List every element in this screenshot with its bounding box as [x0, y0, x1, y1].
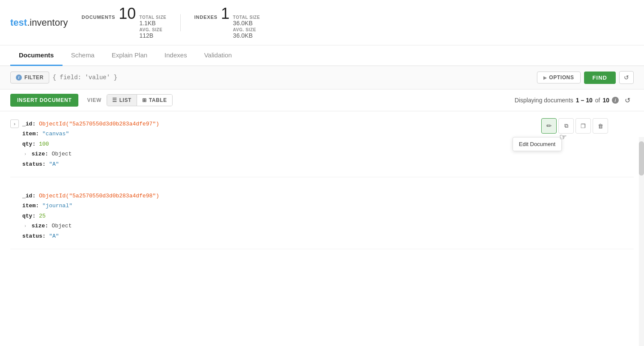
document-list: › _id: ObjectId("5a2570550d3d0b283a4dfe9… [0, 111, 644, 320]
stats-group: DOCUMENTS 10 TOTAL SIZE 1.1KB AVG. SIZE … [82, 6, 634, 39]
doc-2-status-value: "A" [49, 233, 59, 239]
insert-document-button[interactable]: INSERT DOCUMENT [10, 94, 78, 107]
doc-1-item-field: item: "canvas" [22, 129, 159, 139]
view-label: VIEW [87, 97, 101, 103]
doc-1-qty-value: 100 [39, 141, 49, 147]
doc-1-size-value: Object [52, 151, 72, 157]
doc-2-status-field: status: "A" [22, 231, 159, 241]
avg-size-idx-row: AVG. SIZE 36.0KB [233, 27, 260, 39]
doc-1-size-field: › size: Object [22, 149, 159, 159]
avg-size-docs-value: 112B [139, 32, 166, 39]
display-of: of [595, 97, 600, 104]
doc-2-qty-field: qty: 25 [22, 211, 159, 221]
doc-2-size-expand[interactable]: › [22, 223, 28, 230]
doc-1-clone-button[interactable]: ❐ [575, 118, 591, 134]
doc-2-item-value: "journal" [42, 203, 72, 209]
reset-button[interactable]: ↺ [619, 71, 634, 84]
filter-toolbar: i FILTER ▶ OPTIONS FIND ↺ [0, 66, 644, 89]
total-size-idx-row: TOTAL SIZE 36.0KB [233, 15, 260, 27]
refresh-button[interactable]: ↺ [621, 94, 634, 107]
options-button[interactable]: ▶ OPTIONS [537, 72, 581, 84]
avg-size-idx-value: 36.0KB [233, 32, 260, 39]
doc-1-status-field: status: "A" [22, 159, 159, 169]
logo-test: test [10, 17, 27, 28]
logo: test.inventory [10, 17, 68, 28]
item-key: item: [22, 131, 42, 137]
avg-size-docs-row: AVG. SIZE 112B [139, 27, 166, 39]
tab-documents[interactable]: Documents [10, 45, 63, 66]
doc-1-copy-button[interactable]: ⧉ [558, 118, 574, 134]
doc-1-actions: ✏ ⧉ ❐ 🗑 Edit Document ☞ [541, 118, 608, 134]
display-total: 10 [602, 97, 609, 104]
document-row-1: › _id: ObjectId("5a2570550d3d0b283a4dfe9… [10, 111, 634, 177]
display-info-icon: i [612, 97, 619, 104]
doc-2-id-field: _id: ObjectId("5a2570550d3d0b283a4dfe98"… [22, 191, 159, 201]
tab-explain-plan[interactable]: Explain Plan [103, 45, 156, 66]
documents-count: 10 [119, 6, 136, 21]
indexes-label: INDEXES [194, 15, 218, 20]
table-icon: ⊞ [142, 97, 147, 103]
doc-1-item-value: "canvas" [42, 131, 69, 137]
doc-1-id-field: _id: ObjectId("5a2570550d3d0b283a4dfe97"… [22, 119, 159, 129]
list-icon: ☰ [112, 97, 117, 103]
list-view-button[interactable]: ☰ LIST [107, 95, 137, 106]
total-size-docs-row: TOTAL SIZE 1.1KB [139, 15, 166, 27]
status-key-2: status: [22, 233, 49, 239]
scrollbar-thumb[interactable] [639, 141, 644, 176]
doc-1-id-value: ObjectId("5a2570550d3d0b283a4dfe97") [39, 121, 159, 127]
list-label: LIST [119, 97, 131, 103]
header: test.inventory DOCUMENTS 10 TOTAL SIZE 1… [0, 0, 644, 45]
filter-info-icon: i [16, 75, 22, 81]
doc-1-qty-field: qty: 100 [22, 139, 159, 149]
doc-1-edit-button[interactable]: ✏ [541, 118, 557, 134]
display-info: Displaying documents 1 – 10 of 10 i ↺ [515, 94, 634, 107]
doc-1-fields: _id: ObjectId("5a2570550d3d0b283a4dfe97"… [22, 119, 159, 169]
view-toggle: ☰ LIST ⊞ TABLE [107, 94, 173, 106]
options-label: OPTIONS [549, 75, 574, 81]
doc-2-qty-value: 25 [39, 213, 46, 219]
doc-2-fields: _id: ObjectId("5a2570550d3d0b283a4dfe98"… [22, 191, 159, 241]
document-row-2: _id: ObjectId("5a2570550d3d0b283a4dfe98"… [10, 177, 634, 249]
doc-1-size-expand[interactable]: › [22, 151, 28, 158]
clone-icon: ❐ [581, 123, 586, 129]
id-key: _id: [22, 121, 39, 127]
size-key-2: size: [32, 223, 52, 229]
avg-size-idx-label: AVG. SIZE [233, 27, 260, 32]
scrollbar-track[interactable] [639, 137, 644, 346]
filter-input[interactable] [53, 74, 534, 81]
filter-label: FILTER [24, 75, 44, 81]
options-arrow-icon: ▶ [543, 75, 547, 80]
edit-pencil-icon: ✏ [546, 122, 552, 130]
doc-2-header: _id: ObjectId("5a2570550d3d0b283a4dfe98"… [10, 191, 634, 241]
total-size-docs-value: 1.1KB [139, 20, 166, 27]
copy-icon: ⧉ [564, 122, 568, 129]
documents-label: DOCUMENTS [82, 15, 116, 20]
logo-db: inventory [30, 17, 68, 28]
doc-2-item-field: item: "journal" [22, 201, 159, 211]
id-key-2: _id: [22, 193, 39, 199]
qty-key: qty: [22, 141, 39, 147]
doc-1-status-value: "A" [49, 161, 59, 167]
indexes-stat: INDEXES 1 TOTAL SIZE 36.0KB AVG. SIZE 36… [194, 6, 260, 39]
total-size-idx-value: 36.0KB [233, 20, 260, 27]
status-key: status: [22, 161, 49, 167]
documents-stat: DOCUMENTS 10 TOTAL SIZE 1.1KB AVG. SIZE … [82, 6, 167, 39]
total-size-docs-label: TOTAL SIZE [139, 15, 166, 20]
filter-button[interactable]: i FILTER [10, 72, 49, 84]
qty-key-2: qty: [22, 213, 39, 219]
trash-icon: 🗑 [598, 123, 603, 129]
doc-2-size-field: › size: Object [22, 221, 159, 231]
doc-1-expand-button[interactable]: › [10, 119, 19, 128]
find-button[interactable]: FIND [584, 72, 616, 84]
table-view-button[interactable]: ⊞ TABLE [137, 95, 172, 106]
item-key-2: item: [22, 203, 42, 209]
tab-schema[interactable]: Schema [63, 45, 103, 66]
total-size-idx-label: TOTAL SIZE [233, 15, 260, 20]
doc-2-size-value: Object [52, 223, 72, 229]
tabs: Documents Schema Explain Plan Indexes Va… [0, 45, 644, 66]
display-range: 1 – 10 [576, 97, 593, 104]
doc-1-delete-button[interactable]: 🗑 [593, 118, 608, 134]
tab-validation[interactable]: Validation [196, 45, 241, 66]
tab-indexes[interactable]: Indexes [156, 45, 196, 66]
indexes-sub-stats: TOTAL SIZE 36.0KB AVG. SIZE 36.0KB [233, 15, 260, 39]
